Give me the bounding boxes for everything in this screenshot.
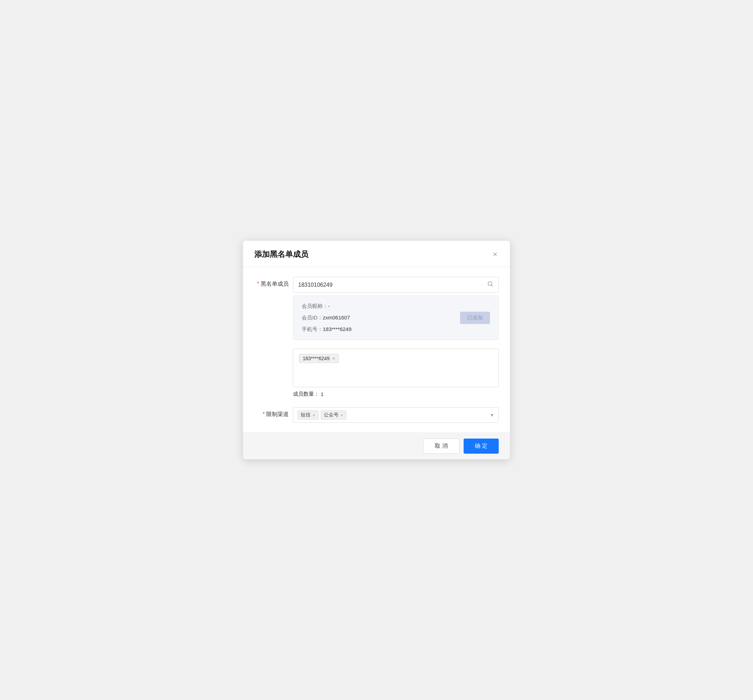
member-count-row: 成员数量： 1 [293,391,499,397]
result-nickname-row: 会员昵称：- 会员ID：zxm061607 手机号：183****6249 已添… [302,303,490,333]
dialog: 添加黑名单成员 × *黑名单成员 [243,241,510,459]
already-added-button: 已添加 [460,312,490,324]
member-id-line: 会员ID：zxm061607 [302,314,460,321]
channel-row: *限制渠道 短信 × 公众号 × ▼ [254,407,499,423]
blacklist-member-label: *黑名单成员 [254,277,293,288]
channel-tag-sms-label: 短信 [301,412,310,418]
cancel-button[interactable]: 取 消 [423,439,459,454]
member-tag-value: 183****6249 [303,356,329,361]
dialog-body: *黑名单成员 [243,267,510,433]
blacklist-member-content: 会员昵称：- 会员ID：zxm061607 手机号：183****6249 已添… [293,277,499,340]
nickname-line: 会员昵称：- [302,303,460,309]
selected-members-row: 183****6249 × [293,348,499,387]
phone-label: 手机号： [302,326,323,332]
member-tag-remove[interactable]: × [332,356,335,361]
channel-tag-official: 公众号 × [321,411,347,420]
channel-content: 短信 × 公众号 × ▼ [293,407,499,423]
dialog-header: 添加黑名单成员 × [243,241,510,267]
search-icon-button[interactable] [482,277,498,292]
channel-label: *限制渠道 [254,407,293,418]
selected-members-box: 183****6249 × [293,348,499,387]
nickname-value: - [328,303,330,309]
chevron-down-icon: ▼ [490,412,494,418]
search-icon [487,281,493,287]
nickname-label: 会员昵称： [302,303,328,309]
dialog-footer: 取 消 确 定 [243,433,510,459]
phone-line: 手机号：183****6249 [302,326,460,333]
channel-select[interactable]: 短信 × 公众号 × ▼ [293,407,499,423]
member-count-label: 成员数量： [293,391,319,397]
channel-tag-official-label: 公众号 [324,412,338,418]
search-result-card: 会员昵称：- 会员ID：zxm061607 手机号：183****6249 已添… [293,295,499,340]
selected-members-content: 183****6249 × [293,348,499,387]
member-id-value: zxm061607 [323,314,350,320]
svg-line-1 [491,285,493,286]
search-input[interactable] [293,278,482,292]
dialog-title: 添加黑名单成员 [254,249,309,260]
channel-tag-official-remove[interactable]: × [341,412,343,418]
close-button[interactable]: × [491,249,499,260]
channel-tag-sms: 短信 × [298,411,318,420]
member-count-value: 1 [321,391,323,397]
confirm-button[interactable]: 确 定 [464,439,499,454]
member-tag: 183****6249 × [299,354,339,363]
phone-value: 183****6249 [323,326,352,332]
blacklist-member-row: *黑名单成员 [254,277,499,340]
channel-required-star: * [263,411,265,417]
required-star: * [257,281,259,287]
channel-tag-sms-remove[interactable]: × [313,412,315,418]
member-id-label: 会员ID： [302,314,323,320]
search-input-wrapper [293,277,499,293]
